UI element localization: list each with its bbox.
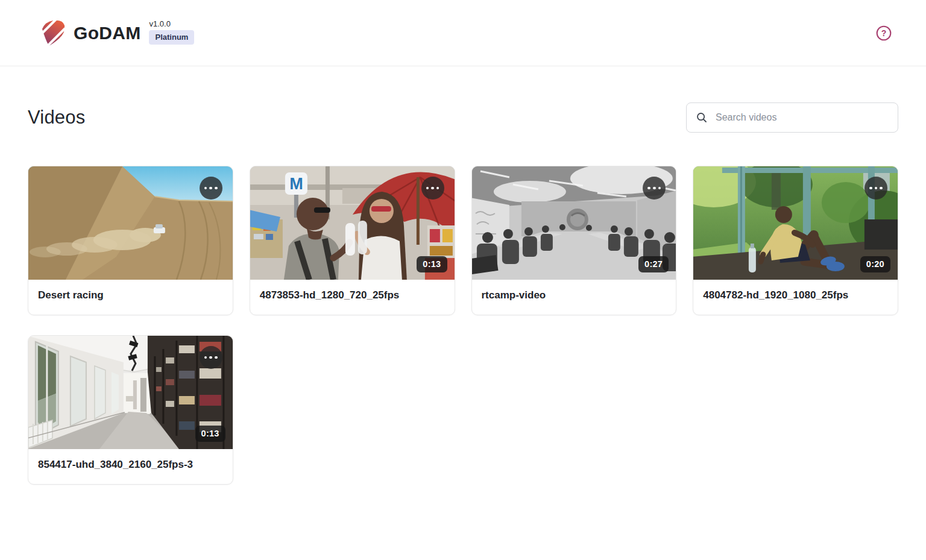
page-title: Videos bbox=[28, 107, 85, 128]
duration-badge: 0:20 bbox=[860, 256, 890, 272]
three-dots-icon bbox=[204, 356, 207, 359]
help-icon: ? bbox=[875, 25, 892, 42]
video-card[interactable]: M bbox=[250, 166, 455, 315]
video-menu-button[interactable] bbox=[421, 177, 444, 200]
video-card[interactable]: 0:13 854417-uhd_3840_2160_25fps-3 bbox=[28, 335, 233, 485]
video-menu-button[interactable] bbox=[865, 177, 887, 200]
video-thumbnail: 0:13 bbox=[28, 336, 233, 449]
video-card[interactable]: 0:20 4804782-hd_1920_1080_25fps bbox=[693, 166, 898, 315]
plan-badge: Platinum bbox=[149, 30, 194, 45]
video-thumbnail: 0:27 bbox=[472, 166, 676, 280]
search-input[interactable] bbox=[714, 112, 889, 124]
video-menu-button[interactable] bbox=[200, 177, 222, 200]
video-thumbnail: 0:20 bbox=[693, 166, 898, 280]
three-dots-icon bbox=[869, 187, 872, 190]
video-title: rtcamp-video bbox=[472, 280, 676, 315]
main-content: Videos bbox=[0, 102, 926, 521]
video-title: 4804782-hd_1920_1080_25fps bbox=[693, 280, 898, 315]
three-dots-icon bbox=[204, 187, 207, 190]
video-title: Desert racing bbox=[28, 280, 233, 315]
duration-badge: 0:13 bbox=[195, 426, 225, 442]
help-button[interactable]: ? bbox=[875, 25, 892, 42]
search-box bbox=[686, 102, 898, 133]
video-thumbnail: M bbox=[250, 166, 455, 280]
three-dots-icon bbox=[426, 187, 429, 190]
video-menu-button[interactable] bbox=[643, 177, 666, 200]
page-head: Videos bbox=[28, 102, 898, 133]
three-dots-icon bbox=[647, 187, 650, 190]
video-title: 4873853-hd_1280_720_25fps bbox=[250, 280, 455, 315]
video-thumbnail bbox=[28, 166, 233, 280]
video-grid: Desert racing M bbox=[28, 166, 898, 521]
search-icon bbox=[696, 112, 708, 124]
brand: GoDAM v1.0.0 Platinum bbox=[36, 19, 194, 48]
duration-badge: 0:13 bbox=[417, 256, 447, 272]
app-header: GoDAM v1.0.0 Platinum ? bbox=[0, 0, 926, 66]
video-card[interactable]: Desert racing bbox=[28, 166, 233, 315]
version-label: v1.0.0 bbox=[149, 20, 170, 28]
brand-meta: v1.0.0 Platinum bbox=[149, 20, 194, 45]
video-menu-button[interactable] bbox=[200, 346, 222, 369]
godam-logo-icon bbox=[36, 19, 68, 48]
video-title: 854417-uhd_3840_2160_25fps-3 bbox=[28, 449, 233, 484]
video-card[interactable]: 0:27 rtcamp-video bbox=[471, 166, 677, 315]
svg-text:?: ? bbox=[881, 28, 887, 38]
app-name: GoDAM bbox=[74, 23, 140, 43]
duration-badge: 0:27 bbox=[638, 256, 669, 272]
svg-text:M: M bbox=[289, 175, 303, 193]
